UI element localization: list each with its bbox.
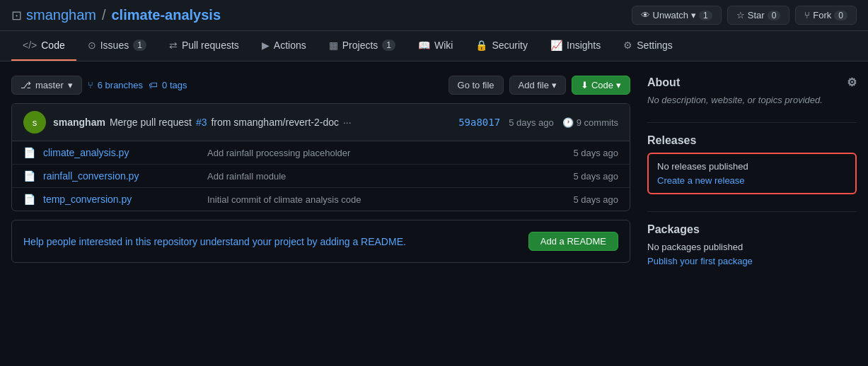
branches-link[interactable]: ⑂ 6 branches	[88, 80, 143, 90]
table-row: 📄 climate_analysis.py Add rainfall proce…	[12, 141, 630, 165]
tab-wiki-label: Wiki	[434, 40, 453, 51]
fork-button[interactable]: ⑂ Fork 0	[795, 6, 857, 25]
projects-badge: 1	[382, 40, 395, 51]
gear-icon[interactable]: ⚙	[847, 76, 857, 89]
sidebar-divider-2	[647, 211, 857, 212]
create-release-link[interactable]: Create a new release	[657, 175, 745, 186]
file-name-link[interactable]: temp_conversion.py	[43, 194, 199, 205]
file-commit-msg: Initial commit of climate analysis code	[207, 194, 565, 205]
branch-left: ⎇ master ▾ ⑂ 6 branches 🏷 0 tags	[11, 76, 187, 95]
tab-issues-label: Issues	[100, 40, 129, 51]
branch-right: Go to file Add file ▾ ⬇ Code ▾	[449, 76, 630, 95]
fork-icon: ⑂	[804, 10, 810, 20]
tab-projects-label: Projects	[342, 40, 378, 51]
watch-label: Unwatch	[653, 10, 689, 20]
add-file-button[interactable]: Add file ▾	[509, 76, 566, 95]
eye-icon: 👁	[641, 10, 650, 20]
add-readme-button[interactable]: Add a README	[528, 232, 618, 251]
repo-content: ⎇ master ▾ ⑂ 6 branches 🏷 0 tags Go to f…	[11, 76, 630, 283]
tags-count: 0 tags	[162, 80, 187, 90]
commits-count: 9 commits	[577, 117, 618, 128]
star-icon: ☆	[736, 10, 745, 20]
sidebar: About ⚙ No description, website, or topi…	[647, 76, 857, 283]
branch-selector[interactable]: ⎇ master ▾	[11, 76, 82, 95]
tab-issues[interactable]: ⊙ Issues 1	[76, 31, 158, 61]
chevron-down-icon: ▾	[552, 80, 557, 90]
nav-tabs: </> Code ⊙ Issues 1 ⇄ Pull requests ▶ Ac…	[0, 31, 868, 61]
packages-heading: Packages	[647, 223, 700, 236]
no-packages-text: No packages published	[647, 242, 857, 252]
go-to-file-button[interactable]: Go to file	[449, 76, 504, 95]
tab-insights[interactable]: 📈 Insights	[539, 31, 612, 61]
add-readme-label: Add a README	[540, 236, 606, 247]
releases-heading: Releases	[647, 134, 696, 147]
insights-icon: 📈	[550, 40, 562, 51]
add-file-label: Add file	[519, 80, 549, 90]
main-content: ⎇ master ▾ ⑂ 6 branches 🏷 0 tags Go to f…	[0, 61, 868, 297]
actions-icon: ▶	[262, 40, 270, 51]
file-age: 5 days ago	[573, 148, 618, 158]
tab-settings[interactable]: ⚙ Settings	[612, 31, 684, 61]
releases-box: No releases published Create a new relea…	[647, 153, 857, 194]
avatar-initials: s	[33, 117, 37, 128]
tab-wiki[interactable]: 📖 Wiki	[407, 31, 464, 61]
file-icon: 📄	[23, 194, 35, 205]
chevron-down-icon: ▾	[691, 10, 696, 20]
issues-badge: 1	[133, 40, 146, 51]
fork-label: Fork	[813, 10, 831, 20]
watch-button[interactable]: 👁 Unwatch ▾ 1	[632, 6, 722, 25]
file-name-link[interactable]: rainfall_conversion.py	[43, 170, 199, 182]
readme-text: Help people interested in this repositor…	[23, 236, 406, 247]
commit-pr-rest: from smangham/revert-2-doc	[211, 117, 339, 128]
releases-section: Releases No releases published Create a …	[647, 134, 857, 194]
commit-info: smangham Merge pull request #3 from sman…	[53, 117, 451, 128]
header-actions: 👁 Unwatch ▾ 1 ☆ Star 0 ⑂ Fork 0	[632, 6, 857, 25]
file-icon: 📄	[23, 170, 35, 182]
tab-settings-label: Settings	[637, 40, 673, 51]
star-count: 0	[768, 11, 781, 20]
commits-link[interactable]: 🕐 9 commits	[562, 117, 618, 128]
avatar: s	[23, 111, 46, 134]
file-name-link[interactable]: climate_analysis.py	[43, 147, 199, 158]
publish-package-link[interactable]: Publish your first package	[647, 256, 753, 266]
code-icon: </>	[23, 40, 37, 51]
more-button[interactable]: ···	[343, 117, 352, 128]
file-icon: 📄	[23, 147, 35, 158]
chevron-down-icon: ▾	[616, 80, 621, 90]
repo-owner[interactable]: smangham	[26, 7, 96, 23]
tab-pull-requests[interactable]: ⇄ Pull requests	[158, 31, 250, 61]
tab-security-label: Security	[492, 40, 528, 51]
about-heading: About	[647, 76, 680, 89]
table-row: 📄 temp_conversion.py Initial commit of c…	[12, 188, 630, 211]
sidebar-divider	[647, 122, 857, 123]
readme-banner: Help people interested in this repositor…	[11, 220, 630, 263]
file-table: s smangham Merge pull request #3 from sm…	[11, 103, 630, 211]
tags-link[interactable]: 🏷 0 tags	[149, 80, 187, 90]
code-button[interactable]: ⬇ Code ▾	[572, 76, 630, 95]
pr-icon: ⇄	[169, 40, 178, 51]
title-slash: /	[102, 7, 106, 23]
branches-count: 6 branches	[98, 80, 143, 90]
commit-username[interactable]: smangham	[53, 117, 105, 128]
repo-name[interactable]: climate-analysis	[112, 7, 221, 23]
packages-title: Packages	[647, 223, 857, 236]
tab-code-label: Code	[41, 40, 64, 51]
file-age: 5 days ago	[573, 171, 618, 182]
pr-number-link[interactable]: #3	[196, 117, 207, 128]
wiki-icon: 📖	[418, 40, 430, 51]
tab-actions[interactable]: ▶ Actions	[250, 31, 318, 61]
tab-projects[interactable]: ▦ Projects 1	[318, 31, 407, 61]
star-button[interactable]: ☆ Star 0	[727, 6, 790, 25]
code-btn-label: Code	[591, 80, 613, 90]
tab-code[interactable]: </> Code	[11, 31, 76, 61]
fork-count: 0	[834, 11, 847, 20]
commit-header: s smangham Merge pull request #3 from sm…	[12, 104, 630, 141]
issues-icon: ⊙	[88, 40, 96, 51]
tab-security[interactable]: 🔒 Security	[464, 31, 539, 61]
about-section: About ⚙ No description, website, or topi…	[647, 76, 857, 105]
branch-row: ⎇ master ▾ ⑂ 6 branches 🏷 0 tags Go to f…	[11, 76, 630, 95]
repo-title: ⊡ smangham / climate-analysis	[11, 7, 221, 23]
commit-hash[interactable]: 59a8017	[458, 117, 500, 128]
commit-message: smangham Merge pull request #3 from sman…	[53, 117, 451, 128]
tab-insights-label: Insights	[567, 40, 601, 51]
